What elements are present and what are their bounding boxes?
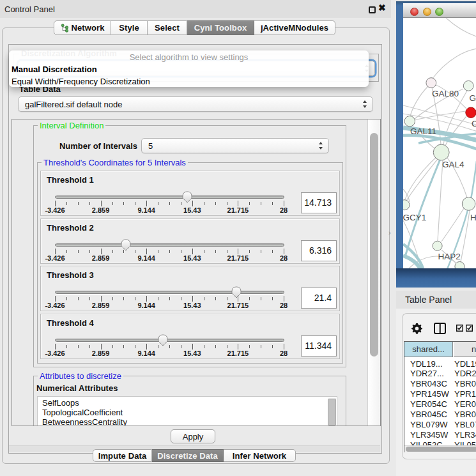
column-header-shared-name[interactable]: shared... bbox=[404, 342, 453, 357]
tab-select-label: Select bbox=[155, 23, 180, 33]
close-light[interactable] bbox=[410, 8, 418, 16]
settings-vertical-scrollbar[interactable] bbox=[367, 119, 380, 426]
list-item[interactable]: TopologicalCoefficient bbox=[38, 408, 337, 418]
node-hap2[interactable] bbox=[433, 241, 442, 250]
list-item[interactable]: BetweennessCentrality bbox=[38, 418, 337, 426]
slider-tick bbox=[112, 250, 113, 253]
slider-tick-label: -3.426 bbox=[36, 349, 74, 357]
table-row[interactable]: YDL19... YDL19 bbox=[404, 359, 476, 369]
tab-jactivemnodules[interactable]: jActiveMNodules bbox=[254, 20, 335, 35]
popup-item-equal-width-frequency[interactable]: Equal Width/Frequency Discretization bbox=[9, 75, 371, 88]
slider-tick-label: 21.715 bbox=[219, 206, 257, 214]
cell[interactable]: YPR145W bbox=[410, 389, 449, 399]
tab-select[interactable]: Select bbox=[148, 20, 187, 35]
slider-tick bbox=[284, 296, 284, 302]
slider-tick-label: 28 bbox=[265, 254, 303, 262]
checkbox-icon[interactable] bbox=[456, 325, 463, 332]
cell[interactable]: YER054C bbox=[410, 399, 447, 409]
slider-tick bbox=[158, 202, 158, 205]
threshold-3-slider-track[interactable] bbox=[55, 291, 284, 294]
slider-thumb[interactable] bbox=[158, 334, 168, 346]
table-horizontal-scrollbar[interactable] bbox=[404, 445, 476, 452]
cell[interactable]: YBR043C bbox=[410, 379, 447, 388]
number-of-intervals-select[interactable]: 5 bbox=[141, 138, 329, 153]
gear-icon[interactable] bbox=[411, 323, 422, 334]
table-row[interactable]: YBR045C YBR04 bbox=[404, 410, 476, 419]
attributes-list[interactable]: SelfLoops TopologicalCoefficient Between… bbox=[37, 396, 337, 426]
apply-button[interactable]: Apply bbox=[171, 429, 215, 443]
split-columns-icon[interactable] bbox=[434, 323, 446, 334]
splitter-collapse-icon[interactable]: › bbox=[388, 229, 391, 236]
slider-tick-label: -3.426 bbox=[36, 302, 74, 309]
settings-vertical-scrollbar-thumb[interactable] bbox=[370, 133, 378, 357]
node-label-hap2: HAP2 bbox=[438, 252, 461, 261]
list-item[interactable]: SelfLoops bbox=[38, 399, 337, 408]
cell[interactable]: YDL19 bbox=[454, 359, 476, 369]
table-row[interactable]: YER054C YER05 bbox=[404, 399, 476, 409]
slider-tick bbox=[146, 249, 147, 254]
network-window-titlebar[interactable] bbox=[403, 3, 476, 18]
checkbox-icon[interactable] bbox=[466, 325, 473, 332]
table-row[interactable]: YDR27... YDR27 bbox=[404, 369, 476, 378]
node-gal4[interactable] bbox=[433, 144, 449, 160]
table-row[interactable]: YBL079W YBL07 bbox=[404, 420, 476, 429]
threshold-1-slider-track[interactable] bbox=[55, 196, 284, 199]
tab-impute-data[interactable]: Impute Data bbox=[93, 449, 152, 462]
slider-tick bbox=[112, 345, 113, 348]
close-icon[interactable]: ✖ bbox=[378, 3, 386, 13]
cell[interactable]: YDR27... bbox=[410, 369, 444, 378]
cell[interactable]: YBL079W bbox=[410, 420, 448, 429]
table-data-select[interactable]: galFiltered.sif default node bbox=[18, 96, 373, 112]
slider-thumb[interactable] bbox=[121, 239, 131, 251]
minimize-light[interactable] bbox=[423, 8, 431, 16]
tab-style[interactable]: Style bbox=[111, 20, 148, 35]
tab-network[interactable]: Network bbox=[54, 20, 111, 35]
cell[interactable]: YLR345W bbox=[410, 430, 448, 440]
node-bottom[interactable] bbox=[455, 262, 464, 269]
cell[interactable]: YBR045C bbox=[410, 410, 447, 419]
table-row[interactable]: YBR043C YBR04 bbox=[404, 379, 476, 388]
cell[interactable]: YPR14 bbox=[454, 389, 476, 399]
threshold-2-label: Threshold 2 bbox=[47, 223, 94, 233]
node-h-clipped[interactable] bbox=[462, 197, 475, 211]
cell[interactable]: YLR34 bbox=[454, 430, 476, 440]
cell[interactable]: YBR04 bbox=[454, 379, 476, 388]
threshold-4-slider-track[interactable] bbox=[55, 339, 284, 342]
cell[interactable]: YBL07 bbox=[454, 420, 476, 429]
tab-infer-network[interactable]: Infer Network bbox=[224, 449, 296, 462]
network-view[interactable]: GAL80 GA C GAL11 GAL4 GCY1 H HAP2 bbox=[403, 18, 476, 268]
zoom-light[interactable] bbox=[435, 8, 443, 16]
attributes-list-scrollbar-thumb[interactable] bbox=[328, 399, 336, 426]
threshold-2-value-field[interactable]: 6.316 bbox=[301, 240, 337, 261]
slider-thumb[interactable] bbox=[182, 191, 192, 203]
popup-item-manual-discretization[interactable]: Manual Discretization bbox=[9, 63, 371, 75]
slider-tick bbox=[55, 344, 56, 349]
table-row[interactable]: YLR345W YLR34 bbox=[404, 430, 476, 440]
node-gal11[interactable] bbox=[404, 116, 415, 127]
node-red-selected[interactable] bbox=[466, 107, 476, 118]
node-gcy1[interactable] bbox=[403, 200, 410, 210]
node-gal80[interactable] bbox=[426, 78, 436, 88]
tab-cyni-toolbox-label: Cyni Toolbox bbox=[194, 23, 247, 33]
tab-cyni-toolbox[interactable]: Cyni Toolbox bbox=[187, 20, 254, 35]
threshold-3-value-field[interactable]: 21.4 bbox=[301, 288, 337, 309]
threshold-1-value-field[interactable]: 14.713 bbox=[301, 192, 337, 213]
table-horizontal-scrollbar-thumb[interactable] bbox=[406, 447, 476, 452]
slider-tick bbox=[135, 345, 135, 348]
cell[interactable]: YDR27 bbox=[454, 369, 476, 378]
cell[interactable]: YBR04 bbox=[454, 410, 476, 419]
node-gal-clipped[interactable] bbox=[463, 81, 473, 91]
slider-tick bbox=[55, 201, 56, 206]
cell[interactable]: YDL19... bbox=[410, 359, 443, 369]
table-row[interactable]: YPR145W YPR14 bbox=[404, 389, 476, 399]
attributes-list-scrollbar[interactable] bbox=[328, 398, 336, 426]
threshold-4-value-field[interactable]: 11.344 bbox=[301, 335, 337, 357]
float-window-icon[interactable] bbox=[369, 6, 376, 13]
slider-tick bbox=[181, 202, 181, 205]
slider-tick bbox=[238, 201, 238, 206]
threshold-2-slider-track[interactable] bbox=[55, 243, 284, 247]
column-header-name[interactable]: name bbox=[454, 342, 476, 357]
slider-thumb[interactable] bbox=[231, 286, 242, 298]
cell[interactable]: YER05 bbox=[454, 399, 476, 409]
tab-discretize-data[interactable]: Discretize Data bbox=[152, 449, 224, 462]
